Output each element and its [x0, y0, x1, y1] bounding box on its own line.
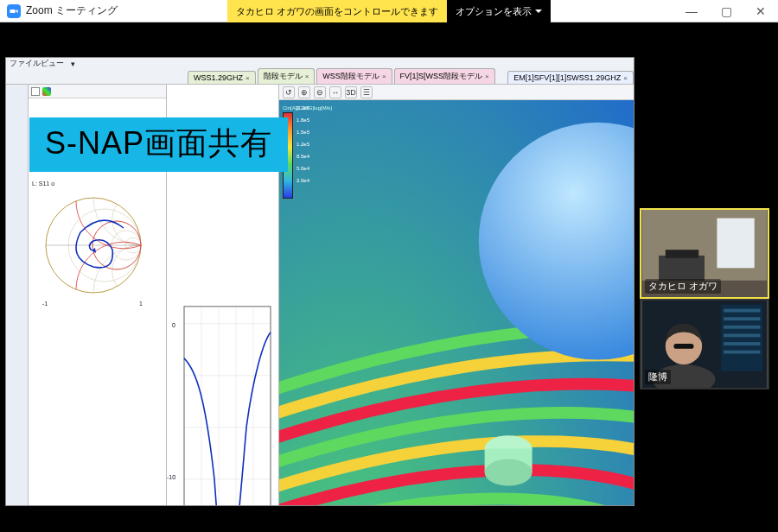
smith-toolbar	[29, 85, 166, 98]
tab-kaidan[interactable]: 階段モデル×	[258, 68, 316, 84]
close-icon[interactable]: ×	[246, 74, 250, 82]
svg-rect-63	[673, 344, 693, 349]
svg-rect-57	[724, 326, 760, 329]
svg-rect-58	[724, 333, 760, 337]
close-icon[interactable]: ×	[623, 74, 628, 82]
left-nav-rail	[6, 85, 29, 506]
overlay-label: S-NAP画面共有	[29, 117, 288, 172]
smith-svg: -1 1	[29, 176, 158, 323]
smith-series-label: L: S11 o	[32, 180, 54, 187]
svg-text:0: 0	[172, 322, 175, 328]
em-field-panel: ↺ ⊕ ⊖ ↔ 3D ☰ Cin[A][1.29G]log[M/s]	[279, 85, 634, 506]
options-label: オプションを表示	[456, 5, 532, 18]
svg-text:1: 1	[139, 301, 143, 307]
menu-caret-icon: ▾	[67, 60, 79, 68]
tool-button[interactable]	[31, 87, 40, 96]
participant-name: 隆博	[645, 370, 671, 384]
zoom-out-icon[interactable]: ⊖	[314, 86, 326, 98]
close-icon[interactable]: ×	[305, 73, 309, 80]
tab-wss[interactable]: WSS1.29GHZ×	[188, 71, 256, 84]
participants-strip: タカヒロ オガワ 隆博	[640, 22, 778, 532]
options-dropdown[interactable]: オプションを表示	[447, 0, 551, 22]
svg-rect-60	[724, 351, 760, 354]
titlebar: Zoom ミーティング タカヒロ オガワの画面をコントロールできます オプション…	[0, 0, 778, 22]
rotate-icon[interactable]: ↺	[283, 86, 295, 98]
svg-rect-59	[724, 342, 760, 345]
remote-control-banner: タカヒロ オガワの画面をコントロールできます	[227, 0, 447, 22]
svg-rect-51	[666, 250, 698, 258]
pan-icon[interactable]: ↔	[329, 86, 341, 98]
close-icon[interactable]: ×	[485, 73, 489, 80]
svg-rect-54	[721, 305, 762, 371]
maximize-button[interactable]: ▢	[709, 0, 743, 22]
chevron-down-icon	[535, 10, 542, 13]
tab-fv[interactable]: FV[1]S[WSS階段モデル×	[394, 68, 495, 84]
svg-text:-10: -10	[167, 474, 175, 480]
svg-rect-55	[724, 309, 760, 313]
close-icon[interactable]: ×	[382, 73, 386, 80]
file-menu-label[interactable]: ファイルビュー	[6, 58, 67, 69]
close-button[interactable]: ✕	[743, 0, 778, 22]
zoom-logo-icon	[7, 4, 21, 18]
svg-rect-22	[184, 307, 271, 506]
shared-screen: ファイルビュー ▾ WSS1.29GHZ× 階段モデル× WSS階段モデル× F…	[0, 22, 640, 532]
tab-right[interactable]: EM[1]SFV[1][1]SWSS1.29GHZ×	[507, 71, 634, 84]
window-title: Zoom ミーティング	[26, 3, 118, 18]
svg-point-47	[485, 459, 532, 486]
minimize-button[interactable]: —	[674, 0, 709, 22]
document-tabs: WSS1.29GHZ× 階段モデル× WSS階段モデル× FV[1]S[WSS階…	[6, 69, 634, 85]
svg-rect-56	[724, 317, 760, 320]
svg-text:-1: -1	[42, 301, 48, 307]
participant-name: タカヒロ オガワ	[645, 279, 721, 294]
field-toolbar: ↺ ⊕ ⊖ ↔ 3D ☰	[279, 85, 634, 100]
participant-tile[interactable]: 隆博	[640, 299, 769, 390]
meeting-area: ファイルビュー ▾ WSS1.29GHZ× 階段モデル× WSS階段モデル× F…	[0, 22, 778, 532]
field-viewport[interactable]: Cin[A][1.29G]log[M/s] 2.2e5 1.8e5 1.5e5 …	[279, 100, 634, 506]
color-legend: Cin[A][1.29G]log[M/s] 2.2e5 1.8e5 1.5e5 …	[283, 105, 321, 199]
menu-icon[interactable]: ☰	[360, 86, 373, 98]
tab-wss-kaidan[interactable]: WSS階段モデル×	[316, 68, 392, 84]
zoom-in-icon[interactable]: ⊕	[298, 86, 310, 98]
view-3d-button[interactable]: 3D	[345, 86, 357, 98]
participant-tile[interactable]: タカヒロ オガワ	[640, 208, 769, 299]
svg-rect-49	[717, 218, 754, 269]
palette-icon[interactable]	[42, 87, 51, 96]
